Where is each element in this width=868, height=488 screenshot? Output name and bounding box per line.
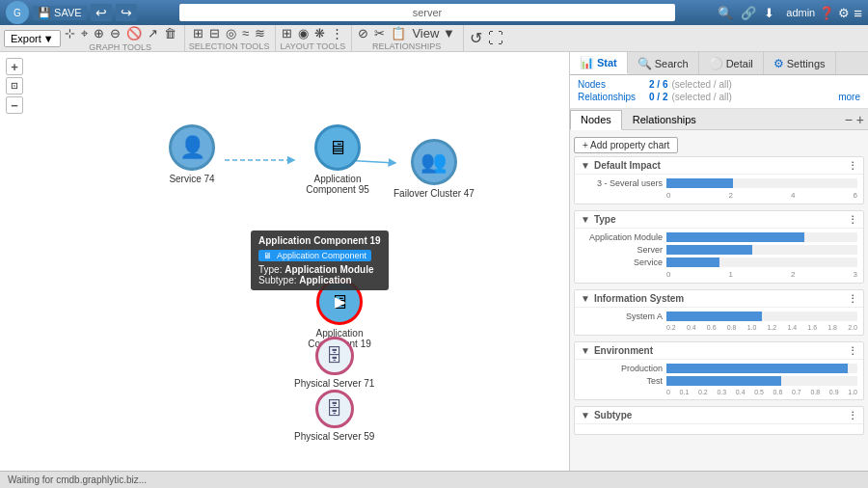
- rel-menu[interactable]: 📋: [389, 25, 408, 41]
- node-label-appcomp95: Application Component 95: [289, 174, 386, 195]
- selection-tools-icons: ⊞ ⊟ ◎ ≈ ≋: [191, 25, 267, 41]
- expand-tool[interactable]: ⊕: [92, 25, 106, 42]
- chart-type-menu-icon[interactable]: ⋮: [848, 214, 857, 225]
- graph-canvas[interactable]: + ⊡ − 👤 Service 74: [0, 52, 569, 471]
- toggle-icon: ▼: [581, 160, 590, 171]
- graph-tools-icons: ⊹ ⌖ ⊕ ⊖ 🚫 ↗ 🗑: [63, 25, 178, 42]
- share-icon[interactable]: 🔗: [741, 6, 756, 20]
- tooltip-badge: 🖥 Application Component: [258, 250, 371, 261]
- chart-subtype-header[interactable]: ▼ Subtype ⋮: [575, 407, 863, 424]
- save-button[interactable]: 💾 SAVE: [33, 6, 87, 20]
- panel-content: + Add property chart ▼ Default Impact ⋮ …: [570, 130, 868, 471]
- rel-view[interactable]: View ▼: [410, 25, 456, 41]
- bar-row-server: Server: [581, 245, 857, 255]
- select-all[interactable]: ⊞: [191, 25, 205, 41]
- chart-env-body: Production Test 0 0.1 0.2: [575, 360, 863, 399]
- help-icon[interactable]: ❓: [819, 6, 834, 20]
- zoom-out-button[interactable]: −: [6, 96, 23, 114]
- node-rel-tabs: Nodes Relationships − +: [570, 109, 868, 130]
- lasso-tool[interactable]: ⌖: [79, 25, 90, 42]
- select-none[interactable]: ⊟: [207, 25, 222, 41]
- delete-tool[interactable]: 🗑: [162, 25, 178, 42]
- search-tab-icon: 🔍: [637, 57, 652, 70]
- bar-row-systema: System A: [581, 312, 857, 321]
- layout-force[interactable]: ❋: [312, 25, 327, 41]
- redo-button[interactable]: ↪: [116, 4, 137, 21]
- layout-tools-label: LAYOUT TOOLS: [280, 41, 345, 51]
- select-similar[interactable]: ≋: [253, 25, 267, 41]
- relationships-label: RELATIONSHIPS: [372, 41, 441, 51]
- chart-information-system: ▼ Information System ⋮ System A 0.2 0.4: [574, 289, 864, 336]
- chart-type-header[interactable]: ▼ Type ⋮: [575, 211, 863, 229]
- chart-infosys-menu-icon[interactable]: ⋮: [848, 293, 857, 304]
- tab-search[interactable]: 🔍 Search: [628, 52, 699, 74]
- layout-tree[interactable]: ⋮: [329, 25, 345, 41]
- chart-menu-icon[interactable]: ⋮: [848, 160, 857, 171]
- search-icon[interactable]: 🔍: [718, 6, 733, 20]
- zoom-fit-button[interactable]: ⊡: [6, 77, 23, 95]
- right-panel: 📊 Stat 🔍 Search ⚪ Detail ⚙ Settings Node…: [569, 52, 868, 471]
- add-property-chart-button[interactable]: + Add property chart: [574, 137, 678, 153]
- node-label-physserver71: Physical Server 71: [294, 378, 374, 389]
- select-tool[interactable]: ⊹: [63, 25, 77, 42]
- settings-icon[interactable]: ⚙: [838, 6, 850, 20]
- tooltip-subtype: Subtype: Application: [258, 275, 381, 285]
- zoom-in-button[interactable]: +: [6, 58, 23, 75]
- layout-circle[interactable]: ◉: [296, 25, 311, 41]
- rel-hide[interactable]: ⊘: [356, 25, 370, 41]
- collapse-tool[interactable]: ⊖: [108, 25, 122, 42]
- bar-row-production: Production: [581, 364, 857, 373]
- nodes-tab[interactable]: Nodes: [570, 110, 622, 130]
- chart-subtype: ▼ Subtype ⋮: [574, 406, 864, 435]
- bar-row-several-users: 3 - Several users: [581, 178, 857, 188]
- node-physserver71[interactable]: 🗄 Physical Server 71: [294, 337, 374, 389]
- tab-stat[interactable]: 📊 Stat: [570, 52, 628, 74]
- layout-grid[interactable]: ⊞: [280, 25, 294, 41]
- export-button[interactable]: Export ▼: [4, 30, 61, 47]
- chart-type-body: Application Module Server Service: [575, 229, 863, 283]
- bar-row-appmodule: Application Module: [581, 232, 857, 242]
- select-connected[interactable]: ≈: [240, 25, 251, 41]
- select-inv[interactable]: ◎: [224, 25, 238, 41]
- toggle-icon-subtype: ▼: [581, 410, 590, 420]
- download-icon[interactable]: ⬇: [764, 6, 774, 20]
- tooltip-title: Application Component 19: [258, 235, 381, 246]
- relationships-tab[interactable]: Relationships: [622, 109, 707, 129]
- search-input[interactable]: [179, 4, 676, 21]
- node-label-service74: Service 74: [169, 174, 214, 184]
- bar-row-test: Test: [581, 376, 857, 386]
- rel-show[interactable]: ✂: [372, 25, 387, 41]
- node-service74[interactable]: 👤 Service 74: [169, 124, 215, 184]
- stat-icon: 📊: [580, 56, 594, 69]
- more-link[interactable]: more: [838, 92, 860, 102]
- node-appcomp95[interactable]: 🖥 Application Component 95: [289, 124, 386, 195]
- relationships-icons: ⊘ ✂ 📋 View ▼: [356, 25, 456, 41]
- chart-subtype-menu-icon[interactable]: ⋮: [848, 410, 857, 420]
- refresh-button[interactable]: ↺: [468, 28, 484, 48]
- chart-infosys-body: System A 0.2 0.4 0.6 0.8 1.0 1.2 1.4 1.6: [575, 308, 863, 335]
- toggle-icon-infosys: ▼: [581, 293, 590, 304]
- node-failover47[interactable]: 👥 Failover Cluster 47: [393, 139, 475, 199]
- fullscreen-button[interactable]: ⛶: [486, 29, 505, 48]
- chart-environment: ▼ Environment ⋮ Production Test: [574, 341, 864, 400]
- filter-tool[interactable]: 🚫: [124, 25, 144, 42]
- statusbar-text: Waiting for cmdb.graphlytic.biz...: [8, 474, 147, 485]
- menu-icon[interactable]: ≡: [854, 5, 862, 21]
- selection-tools-label: SELECTION TOOLS: [189, 41, 270, 51]
- chart-env-menu-icon[interactable]: ⋮: [848, 345, 857, 356]
- chart-default-impact: ▼ Default Impact ⋮ 3 - Several users 0 2: [574, 156, 864, 204]
- tab-settings[interactable]: ⚙ Settings: [764, 52, 836, 74]
- edge-tool[interactable]: ↗: [146, 25, 160, 42]
- node-physserver59[interactable]: 🗄 Physical Server 59: [294, 390, 374, 442]
- chart-env-header[interactable]: ▼ Environment ⋮: [575, 342, 863, 360]
- toggle-icon-type: ▼: [581, 214, 590, 225]
- collapse-panel-btn[interactable]: −: [845, 112, 853, 127]
- chart-infosys-header[interactable]: ▼ Information System ⋮: [575, 290, 863, 308]
- chart-subtype-body: [575, 424, 863, 434]
- expand-panel-btn[interactable]: +: [856, 112, 864, 127]
- top-bar: G 💾 SAVE ↩ ↪ 🔍 🔗 ⬇ admin ❓ ⚙ ≡: [0, 0, 868, 25]
- tab-controls: − +: [845, 112, 868, 127]
- undo-button[interactable]: ↩: [91, 4, 112, 21]
- tab-detail[interactable]: ⚪ Detail: [699, 52, 764, 74]
- chart-default-impact-header[interactable]: ▼ Default Impact ⋮: [575, 157, 863, 175]
